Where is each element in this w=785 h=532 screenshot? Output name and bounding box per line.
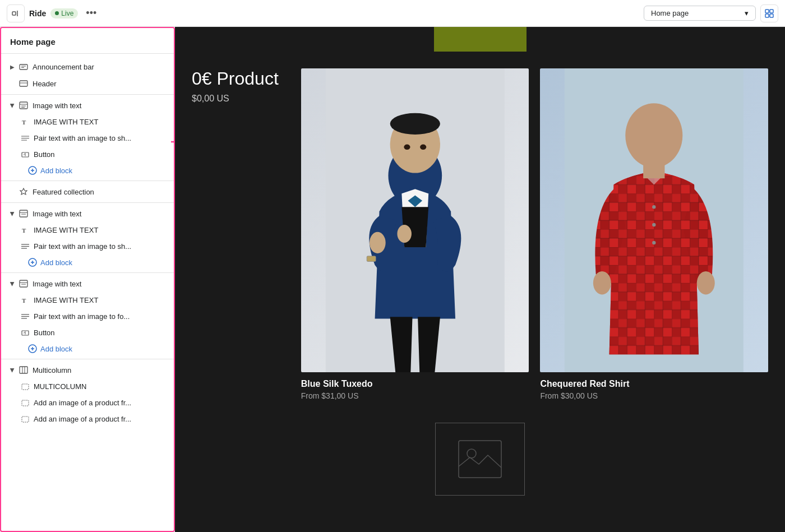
button-icon-1: [21, 151, 29, 159]
sidebar-block-iwt3-button[interactable]: Button: [1, 325, 174, 341]
sidebar-add-block-2[interactable]: Add block: [1, 255, 174, 270]
image-with-text-3-label: Image with text: [33, 280, 81, 288]
page-selector[interactable]: Home page ▾: [644, 6, 756, 21]
hero-product: 0€ Product $0,00 US: [192, 68, 290, 104]
product-card-shirt[interactable]: Chequered Red Shirt From $30,00 US: [540, 68, 768, 400]
text-icon-1: T: [21, 118, 29, 126]
chevron-down-icon-2: ▶: [10, 211, 16, 216]
lines-icon-3: [21, 313, 29, 321]
iwt1-pair-label: Pair text with an image to sh...: [34, 134, 131, 142]
page-selector-label: Home page: [651, 9, 689, 17]
sidebar-item-image-with-text-1[interactable]: ▶ Image with text: [1, 97, 174, 114]
product2-name: Chequered Red Shirt: [540, 379, 768, 389]
sidebar-item-image-with-text-2[interactable]: ▶ Image with text: [1, 205, 174, 222]
svg-rect-2: [765, 10, 769, 13]
back-button[interactable]: [7, 4, 25, 22]
topbar: Ride Live ••• Home page ▾: [0, 0, 785, 27]
svg-point-58: [370, 232, 386, 253]
sidebar-block-iwt2-pair[interactable]: Pair text with an image to sh...: [1, 238, 174, 255]
sidebar-block-iwt1-heading[interactable]: T IMAGE WITH TEXT: [1, 114, 174, 130]
section-icon-3: [19, 279, 28, 288]
sidebar-item-featured-collection[interactable]: ▶ Featured collection: [1, 183, 174, 200]
sidebar-block-iwt1-pair[interactable]: Pair text with an image to sh...: [1, 130, 174, 146]
sidebar-item-header[interactable]: ▶ Header: [1, 75, 174, 92]
svg-rect-4: [765, 14, 769, 17]
chevron-down-icon-3: ▶: [10, 281, 16, 286]
mc-add2-label: Add an image of a product fr...: [34, 415, 131, 423]
svg-rect-9: [20, 81, 27, 86]
preview-top-bar: [434, 27, 527, 52]
iwt2-pair-label: Pair text with an image to sh...: [34, 242, 131, 251]
lines-icon-1: [21, 135, 29, 142]
svg-point-78: [653, 205, 656, 209]
iwt2-heading-label: IMAGE WITH TEXT: [34, 226, 98, 234]
header-label: Header: [33, 80, 57, 88]
svg-rect-5: [770, 14, 773, 17]
announcement-bar-label: Announcement bar: [33, 63, 94, 71]
sidebar-block-mc-add1[interactable]: Add an image of a product fr...: [1, 395, 174, 411]
mc-heading-icon: [21, 383, 29, 391]
product2-price: From $30,00 US: [540, 391, 768, 400]
image-with-text-2-label: Image with text: [33, 210, 81, 218]
sidebar: Home page ▶ Announcement bar ▶ Head: [0, 27, 175, 532]
shirt-image: [540, 68, 768, 372]
multicolumn-icon: [19, 366, 28, 374]
svg-point-79: [653, 223, 656, 226]
svg-rect-11: [20, 102, 27, 109]
sidebar-item-multicolumn[interactable]: ▶ Multicolumn: [1, 362, 174, 378]
divider-5: [1, 359, 174, 359]
sidebar-add-block-1[interactable]: Add block: [1, 163, 174, 178]
multicolumn-label: Multicolumn: [33, 366, 71, 374]
svg-rect-77: [644, 165, 665, 178]
mc-add1-label: Add an image of a product fr...: [34, 399, 131, 407]
text-icon-2: T: [21, 226, 29, 234]
sidebar-item-image-with-text-3[interactable]: ▶ Image with text: [1, 275, 174, 292]
section-icon-2: [19, 209, 28, 218]
sidebar-block-iwt3-heading[interactable]: T IMAGE WITH TEXT: [1, 292, 174, 308]
mc-heading-label: MULTICOLUMN: [34, 382, 86, 391]
svg-point-76: [626, 103, 683, 168]
iwt1-heading-label: IMAGE WITH TEXT: [34, 118, 98, 126]
svg-point-63: [420, 145, 426, 150]
divider-4: [1, 272, 174, 273]
chevron-down-icon-1: ▶: [10, 103, 16, 108]
svg-point-59: [397, 225, 412, 243]
sidebar-body: ▶ Announcement bar ▶ Header: [1, 54, 174, 531]
add-block-3-label: Add block: [40, 345, 72, 353]
sidebar-block-iwt2-heading[interactable]: T IMAGE WITH TEXT: [1, 222, 174, 238]
sidebar-block-mc-add2[interactable]: Add an image of a product fr...: [1, 411, 174, 427]
svg-text:T: T: [22, 297, 26, 304]
lines-icon-2: [21, 243, 29, 251]
grid-view-button[interactable]: [760, 4, 778, 22]
svg-rect-0: [12, 12, 16, 15]
svg-rect-35: [20, 280, 27, 287]
sidebar-block-iwt1-button[interactable]: Button: [1, 146, 174, 163]
chevron-down-icon-4: ▶: [10, 368, 16, 372]
product1-price: From $31,00 US: [301, 391, 529, 400]
sidebar-item-announcement-bar[interactable]: ▶ Announcement bar: [1, 58, 174, 75]
chevron-down-icon: ▾: [745, 9, 749, 17]
svg-point-82: [467, 449, 476, 458]
sidebar-block-iwt3-pair[interactable]: Pair text with an image to fo...: [1, 308, 174, 325]
featured-collection-label: Featured collection: [33, 188, 94, 196]
iwt3-pair-label: Pair text with an image to fo...: [34, 312, 130, 321]
button-icon-3: [21, 329, 29, 337]
svg-rect-3: [770, 10, 773, 13]
sidebar-block-mc-heading[interactable]: MULTICOLUMN: [1, 378, 174, 395]
more-menu-button[interactable]: •••: [82, 5, 100, 21]
svg-rect-6: [20, 64, 27, 70]
product-cards: Blue Silk Tuxedo From $31,00 US: [301, 68, 768, 400]
sidebar-add-block-3[interactable]: Add block: [1, 341, 174, 357]
svg-text:T: T: [22, 227, 26, 234]
divider-3: [1, 202, 174, 203]
svg-rect-51: [22, 384, 29, 390]
bottom-image-placeholder: [435, 423, 525, 496]
svg-rect-48: [20, 367, 27, 373]
add-icon-2: [28, 258, 37, 267]
svg-point-62: [404, 145, 410, 150]
image-with-text-1-label: Image with text: [33, 101, 81, 110]
chevron-right-icon: ▶: [10, 64, 15, 70]
add-block-2-label: Add block: [40, 258, 72, 267]
product-card-tuxedo[interactable]: Blue Silk Tuxedo From $31,00 US: [301, 68, 529, 400]
section-icon-1: [19, 101, 28, 110]
